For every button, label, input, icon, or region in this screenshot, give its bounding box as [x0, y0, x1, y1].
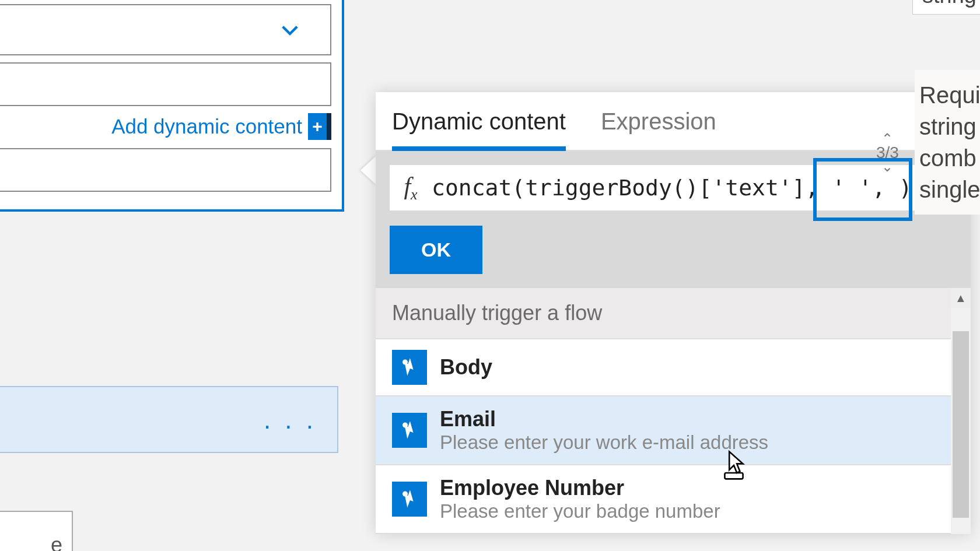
tab-dynamic-content[interactable]: Dynamic content — [392, 108, 566, 151]
caret-down-icon[interactable]: ⌄ — [881, 162, 893, 171]
scroll-up-button[interactable]: ▲ — [951, 288, 971, 308]
caret-up-icon[interactable]: ⌃ — [881, 134, 893, 143]
dynamic-item-employee-number[interactable]: Employee Number Please enter your badge … — [376, 465, 971, 534]
item-description: Please enter your work e-mail address — [440, 431, 768, 454]
expression-input[interactable]: fx concat(triggerBody()['text'], ' ', ) — [390, 165, 957, 210]
ok-button[interactable]: OK — [390, 226, 482, 274]
svg-point-0 — [402, 360, 408, 365]
popup-caret — [360, 155, 377, 185]
fx-icon: fx — [390, 172, 432, 203]
chevron-down-icon — [278, 17, 302, 42]
tooltip-top-fragment: string — [912, 0, 980, 15]
scrollbar-thumb[interactable] — [953, 331, 969, 518]
add-dynamic-row: Add dynamic content + — [0, 113, 331, 140]
input-field-4[interactable] — [0, 148, 331, 192]
svg-point-1 — [402, 423, 408, 428]
input-field-3[interactable] — [0, 62, 331, 106]
section-header: Manually trigger a flow — [376, 288, 971, 339]
svg-point-2 — [402, 492, 408, 497]
trigger-icon — [392, 482, 427, 517]
dynamic-item-email[interactable]: Email Please enter your work e-mail addr… — [376, 396, 971, 465]
dynamic-items-container: ▲ Manually trigger a flow Body Email Ple… — [376, 288, 971, 534]
item-description: Please enter your badge number — [440, 500, 720, 522]
action-card: Add dynamic content + — [0, 0, 344, 212]
item-title: Body — [440, 355, 492, 380]
tooltip-counter[interactable]: ⌃ 3/3 ⌄ — [876, 134, 899, 171]
collapsed-field-2[interactable] — [0, 4, 331, 55]
bottom-box: e — [0, 511, 73, 551]
step-card[interactable]: . . . — [0, 386, 338, 453]
scrollbar-track[interactable] — [951, 308, 971, 534]
expression-text: concat(triggerBody()['text'], ' ', ) — [432, 175, 957, 201]
plus-icon[interactable]: + — [308, 113, 331, 140]
add-dynamic-content-link[interactable]: Add dynamic content — [111, 115, 302, 138]
item-title: Email — [440, 407, 768, 431]
trigger-icon — [392, 350, 427, 385]
more-icon[interactable]: . . . — [264, 405, 317, 434]
dynamic-item-body[interactable]: Body — [376, 339, 971, 396]
item-title: Employee Number — [440, 476, 720, 500]
trigger-icon — [392, 413, 427, 448]
tooltip-body-fragment: Requi string comb single — [915, 70, 980, 215]
tab-expression[interactable]: Expression — [601, 108, 716, 150]
